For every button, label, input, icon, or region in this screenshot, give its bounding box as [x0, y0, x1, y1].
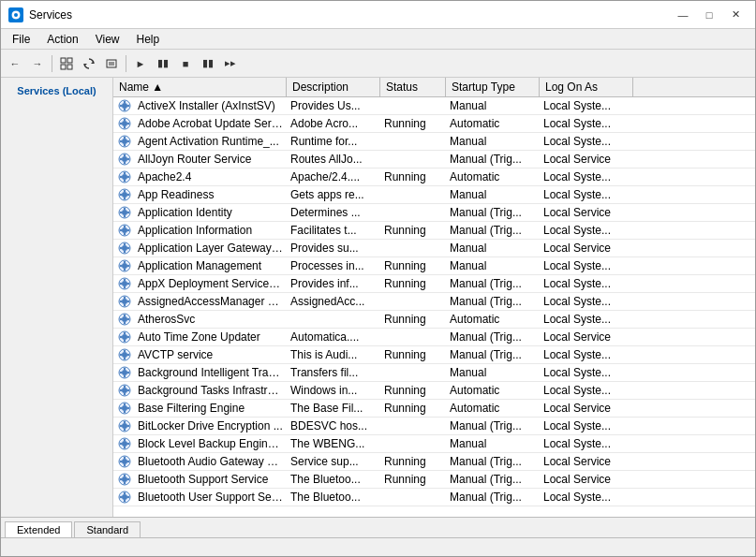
- svg-point-12: [122, 103, 127, 109]
- service-name: Auto Time Zone Updater: [134, 330, 287, 344]
- svg-point-128: [124, 447, 126, 448]
- menu-file[interactable]: File: [5, 31, 37, 48]
- tab-standard[interactable]: Standard: [74, 521, 141, 537]
- svg-point-100: [127, 354, 129, 356]
- service-icon: [115, 366, 134, 379]
- svg-point-146: [124, 500, 126, 502]
- main-window: Services — □ ✕ File Action View Help ← →…: [0, 0, 756, 557]
- table-row[interactable]: Bluetooth Support ServiceThe Bluetoo...R…: [113, 471, 755, 489]
- table-row[interactable]: Background Tasks Infrastruc...Windows in…: [113, 382, 755, 400]
- svg-point-87: [120, 318, 122, 320]
- table-row[interactable]: Block Level Backup Engine ...The WBENG..…: [113, 435, 755, 453]
- service-icon: [115, 437, 134, 450]
- table-row[interactable]: Bluetooth User Support Ser...The Bluetoo…: [113, 489, 755, 506]
- tb-stop-button[interactable]: ■: [175, 53, 196, 74]
- svg-point-111: [120, 389, 122, 391]
- table-row[interactable]: Application InformationFacilitates t...R…: [113, 222, 755, 240]
- table-row[interactable]: AVCTP serviceThis is Audi...RunningManua…: [113, 346, 755, 364]
- svg-point-106: [127, 372, 129, 374]
- minimize-button[interactable]: —: [671, 7, 695, 23]
- tb-pause-button[interactable]: ▮▮: [153, 53, 173, 74]
- menu-help[interactable]: Help: [129, 31, 168, 48]
- svg-point-132: [122, 459, 127, 464]
- table-row[interactable]: AssignedAccessManager Se...AssignedAcc..…: [113, 293, 755, 311]
- service-name: Application Layer Gateway ...: [134, 242, 287, 255]
- service-logon-as: Local Syste...: [540, 99, 633, 112]
- service-description: The WBENG...: [287, 437, 380, 450]
- col-header-description[interactable]: Description: [287, 78, 380, 96]
- table-row[interactable]: AllJoyn Router ServiceRoutes AllJo...Man…: [113, 151, 755, 169]
- svg-point-124: [127, 425, 129, 427]
- table-row[interactable]: Agent Activation Runtime_...Runtime for.…: [113, 133, 755, 151]
- table-row[interactable]: ActiveX Installer (AxInstSV)Provides Us.…: [113, 97, 755, 115]
- tab-extended[interactable]: Extended: [5, 521, 72, 537]
- svg-point-37: [124, 172, 126, 174]
- table-row[interactable]: AtherosSvcRunningAutomaticLocal Syste...: [113, 311, 755, 329]
- svg-point-43: [124, 190, 126, 192]
- service-description: Service sup...: [287, 455, 380, 468]
- table-row[interactable]: Apache2.4Apache/2.4....RunningAutomaticL…: [113, 169, 755, 186]
- service-startup-type: Manual (Trig...: [446, 153, 540, 166]
- svg-point-1: [14, 13, 18, 17]
- maximize-button[interactable]: □: [697, 7, 721, 23]
- svg-point-78: [122, 299, 127, 304]
- service-startup-type: Manual: [446, 242, 540, 255]
- table-row[interactable]: Application IdentityDetermines ...Manual…: [113, 204, 755, 222]
- svg-point-98: [124, 358, 126, 359]
- service-name: Application Management: [134, 259, 287, 272]
- table-row[interactable]: Auto Time Zone UpdaterAutomatica....Manu…: [113, 329, 755, 346]
- tb-pause2-button[interactable]: ▮▮: [198, 53, 218, 74]
- tb-back-button[interactable]: ←: [5, 53, 25, 74]
- service-logon-as: Local Syste...: [540, 188, 633, 201]
- table-row[interactable]: Application Layer Gateway ...Provides su…: [113, 240, 755, 257]
- svg-point-33: [120, 158, 122, 160]
- service-status: Running: [380, 402, 446, 415]
- table-row[interactable]: Base Filtering EngineThe Base Fil...Runn…: [113, 400, 755, 418]
- service-name: Background Tasks Infrastruc...: [134, 384, 287, 397]
- service-name: Bluetooth Audio Gateway S...: [134, 455, 287, 468]
- service-logon-as: Local Syste...: [540, 437, 633, 450]
- service-icon: [115, 455, 134, 468]
- service-icon: [115, 99, 134, 112]
- col-header-logon-as[interactable]: Log On As: [540, 78, 633, 96]
- svg-point-54: [122, 227, 127, 233]
- service-startup-type: Automatic: [446, 117, 540, 130]
- tb-restart-button[interactable]: ▸▸: [220, 53, 241, 74]
- menu-action[interactable]: Action: [39, 31, 85, 48]
- tb-play-button[interactable]: ►: [130, 53, 151, 74]
- table-row[interactable]: Application ManagementProcesses in...Run…: [113, 257, 755, 275]
- svg-point-16: [127, 105, 129, 107]
- col-header-name[interactable]: Name ▲: [113, 78, 287, 96]
- svg-point-144: [122, 494, 127, 500]
- service-description: The Bluetoo...: [287, 473, 380, 486]
- tb-view-button[interactable]: [56, 53, 77, 74]
- service-startup-type: Manual (Trig...: [446, 455, 540, 468]
- col-header-status[interactable]: Status: [380, 78, 446, 96]
- table-row[interactable]: App ReadinessGets apps re...ManualLocal …: [113, 186, 755, 204]
- tb-refresh-button[interactable]: [79, 53, 99, 74]
- col-header-startup-type[interactable]: Startup Type: [446, 78, 540, 96]
- svg-point-133: [124, 457, 126, 459]
- table-row[interactable]: BitLocker Drive Encryption ...BDESVC hos…: [113, 418, 755, 435]
- service-name: ActiveX Installer (AxInstSV): [134, 99, 287, 112]
- tb-forward-button[interactable]: →: [27, 53, 48, 74]
- svg-point-75: [120, 283, 122, 285]
- service-name: Bluetooth User Support Ser...: [134, 491, 287, 504]
- close-button[interactable]: ✕: [723, 7, 748, 23]
- service-logon-as: Local Syste...: [540, 117, 633, 130]
- tb-properties-button[interactable]: [101, 53, 122, 74]
- service-status: Running: [380, 277, 446, 290]
- svg-point-69: [120, 265, 122, 267]
- table-row[interactable]: Bluetooth Audio Gateway S...Service sup.…: [113, 453, 755, 471]
- svg-point-27: [120, 140, 122, 142]
- svg-point-36: [122, 174, 127, 180]
- menu-view[interactable]: View: [88, 31, 127, 48]
- service-list[interactable]: ActiveX Installer (AxInstSV)Provides Us.…: [113, 97, 755, 517]
- table-row[interactable]: AppX Deployment Service (...Provides inf…: [113, 275, 755, 293]
- service-description: Apache/2.4....: [287, 170, 380, 183]
- left-panel-title[interactable]: Services (Local): [15, 81, 97, 100]
- title-bar-left: Services: [8, 7, 72, 22]
- svg-point-118: [127, 407, 129, 409]
- table-row[interactable]: Adobe Acrobat Update Serv...Adobe Acro..…: [113, 115, 755, 133]
- table-row[interactable]: Background Intelligent Tran...Transfers …: [113, 364, 755, 382]
